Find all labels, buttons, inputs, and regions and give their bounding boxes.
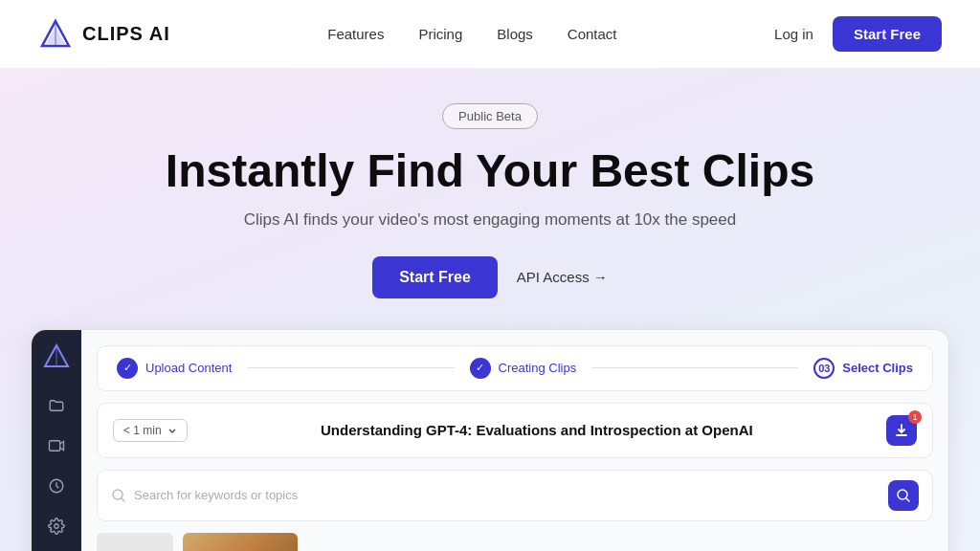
video-duration-text: < 1 min (123, 424, 162, 437)
hero-section: Public Beta Instantly Find Your Best Cli… (0, 69, 980, 551)
step-creating-label: Creating Clips (499, 361, 577, 375)
sidebar-folder-icon[interactable] (46, 395, 67, 416)
main-content: ✓ Upload Content ✓ Creating Clips 03 Sel… (81, 330, 948, 551)
navbar: CLIPS AI Features Pricing Blogs Contact … (0, 0, 980, 69)
steps-bar: ✓ Upload Content ✓ Creating Clips 03 Sel… (97, 345, 933, 391)
sidebar-clock-icon[interactable] (46, 475, 67, 496)
step-select: 03 Select Clips (813, 358, 913, 379)
step-creating-check: ✓ (470, 358, 491, 379)
sidebar-settings-icon[interactable] (46, 516, 67, 537)
video-title: Understanding GPT-4: Evaluations and Int… (321, 422, 753, 438)
nav-links: Features Pricing Blogs Contact (327, 26, 616, 42)
step-upload-label: Upload Content (145, 361, 232, 375)
step-creating: ✓ Creating Clips (470, 358, 577, 379)
nav-contact[interactable]: Contact (568, 26, 617, 42)
download-icon (894, 423, 909, 438)
download-badge: 1 (908, 410, 922, 424)
nav-pricing[interactable]: Pricing (418, 26, 462, 42)
nav-features[interactable]: Features (327, 26, 384, 42)
step-select-label: Select Clips (842, 361, 913, 375)
download-btn-wrapper: 1 (886, 415, 917, 446)
step-upload: ✓ Upload Content (117, 358, 232, 379)
nav-actions: Log in Start Free (774, 16, 942, 52)
search-row: Search for keywords or topics (97, 470, 933, 521)
step-upload-check: ✓ (117, 358, 138, 379)
nav-blogs[interactable]: Blogs (497, 26, 533, 42)
search-placeholder-text: Search for keywords or topics (134, 488, 298, 502)
chevron-down-icon (167, 426, 177, 435)
login-button[interactable]: Log in (774, 26, 813, 42)
step-divider-1 (247, 367, 454, 368)
clip-placeholder-1 (97, 533, 173, 551)
api-access-link[interactable]: API Access → (517, 269, 608, 285)
video-duration-select[interactable]: < 1 min (113, 419, 188, 442)
search-btn-icon (896, 488, 911, 503)
svg-point-7 (55, 524, 59, 529)
search-icon (111, 488, 126, 503)
download-button[interactable]: 1 (886, 415, 917, 446)
bottom-preview (97, 533, 933, 551)
logo-text: CLIPS AI (82, 23, 170, 45)
start-free-hero-button[interactable]: Start Free (372, 256, 498, 298)
svg-rect-5 (50, 441, 60, 452)
hero-subtitle: Clips AI finds your video's most engagin… (244, 210, 736, 230)
sidebar (32, 330, 81, 551)
app-preview: ✓ Upload Content ✓ Creating Clips 03 Sel… (31, 329, 949, 551)
hero-actions: Start Free API Access → (372, 256, 608, 298)
clip-image-1 (183, 533, 298, 551)
hero-title: Instantly Find Your Best Clips (166, 146, 814, 197)
beta-badge: Public Beta (442, 103, 538, 129)
video-row: < 1 min Understanding GPT-4: Evaluations… (97, 403, 933, 458)
sidebar-video-icon[interactable] (46, 435, 67, 456)
sidebar-logo-icon (43, 343, 70, 370)
search-inner: Search for keywords or topics (111, 488, 888, 503)
step-divider-2 (591, 367, 798, 368)
logo-icon (38, 17, 73, 52)
search-button[interactable] (888, 480, 919, 511)
step-select-num: 03 (813, 358, 835, 379)
start-free-nav-button[interactable]: Start Free (833, 16, 942, 52)
logo: CLIPS AI (38, 17, 170, 52)
